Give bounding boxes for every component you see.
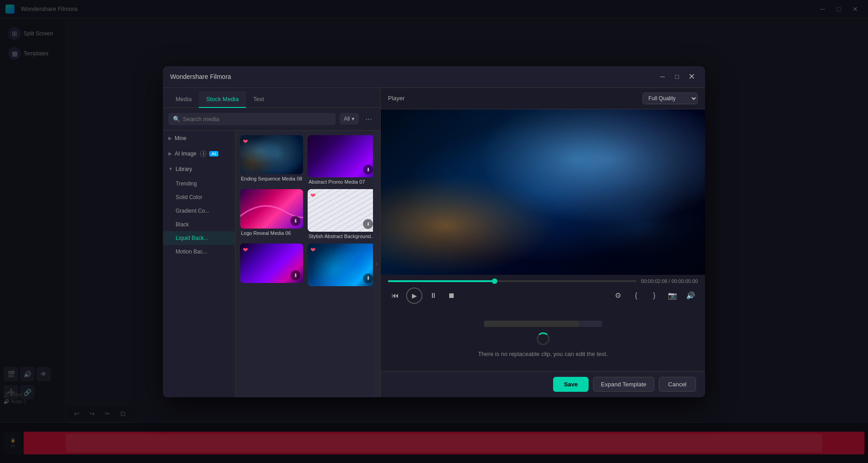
player-label: Player — [388, 95, 405, 102]
tab-text[interactable]: Text — [246, 91, 271, 108]
media-thumb-5[interactable]: ❤ ⬇ — [240, 244, 303, 283]
bracket-open-icon[interactable]: { — [629, 288, 643, 303]
player-header: Player Full Quality High Quality Medium … — [381, 88, 705, 109]
mine-label: Mine — [175, 135, 186, 141]
time-display: 00:00:02:08 / 00:00:05:00 — [641, 278, 698, 284]
player-viewport — [381, 109, 705, 275]
dialog-maximize-button[interactable]: □ — [671, 70, 683, 83]
thumb-label-3: Logo Reveal Media 06 — [240, 230, 303, 236]
dialog-close-button[interactable]: ✕ — [685, 70, 698, 83]
lib-section-mine[interactable]: ▶ Mine — [163, 131, 235, 146]
dialog-left-panel: Media Stock Media Text 🔍 — [163, 88, 381, 397]
dialog-footer: Save Expand Template Cancel — [381, 371, 705, 397]
cancel-button[interactable]: Cancel — [659, 377, 696, 392]
dialog-content: Media Stock Media Text 🔍 — [163, 88, 705, 397]
dialog-right-panel: Player Full Quality High Quality Medium … — [381, 88, 705, 397]
screenshot-icon[interactable]: 📷 — [665, 288, 680, 303]
media-grid: ❤ Ending Sequence Media 08 ⬇ — [235, 131, 373, 397]
media-thumb-3[interactable]: ⬇ — [240, 189, 303, 229]
lib-item-liquid-back[interactable]: Liquid Back... — [163, 231, 235, 245]
progress-bar-wrap: 00:00:02:08 / 00:00:05:00 — [388, 278, 698, 284]
chevron-down-icon: ▾ — [352, 116, 354, 122]
list-item: ❤ ⬇ Stylish Abstract Background... — [308, 189, 373, 239]
dialog-editor: There is no replaceable clip, you can ed… — [381, 307, 705, 371]
skip-back-button[interactable]: ⏮ — [388, 288, 402, 303]
svg-rect-2 — [381, 109, 705, 275]
lib-item-motion-back[interactable]: Motion Bac... — [163, 245, 235, 258]
mine-chevron-icon: ▶ — [168, 136, 172, 141]
lib-section-ai-image[interactable]: ▶ AI Image ℹ AI — [163, 146, 235, 161]
expand-template-button[interactable]: Expand Template — [593, 377, 654, 392]
list-item: ❤ ⬇ — [308, 244, 373, 288]
media-thumb-6[interactable]: ❤ ⬇ — [308, 244, 373, 286]
progress-bar[interactable] — [388, 280, 637, 282]
bracket-close-icon[interactable]: } — [647, 288, 662, 303]
library-sidebar: ▶ Mine ▶ AI Image ℹ AI ▼ L — [163, 131, 235, 397]
list-item: ⬇ Abstract Promo Media 07 — [308, 135, 373, 185]
save-button[interactable]: Save — [553, 377, 588, 392]
search-input[interactable] — [183, 116, 331, 122]
tab-stock-media[interactable]: Stock Media — [199, 91, 246, 108]
ai-image-chevron-icon: ▶ — [168, 151, 172, 156]
settings-icon[interactable]: ⚙ — [611, 288, 625, 303]
lib-section-library[interactable]: ▼ Library — [163, 161, 235, 177]
thumb-label-4: Stylish Abstract Background... — [308, 234, 373, 239]
loading-spinner — [537, 332, 549, 345]
lib-item-black[interactable]: Black — [163, 218, 235, 231]
ai-image-label: AI Image — [175, 151, 196, 157]
list-item: ❤ Ending Sequence Media 08 — [240, 135, 303, 185]
dialog-title: Wondershare Filmora — [170, 73, 231, 80]
placeholder-bar — [484, 321, 602, 327]
lib-item-solid-color[interactable]: Solid Color — [163, 190, 235, 204]
quality-select[interactable]: Full Quality High Quality Medium Quality — [642, 93, 698, 104]
search-input-wrap: 🔍 — [168, 113, 336, 125]
no-clip-message: There is no replaceable clip, you can ed… — [478, 351, 608, 357]
pause-button[interactable]: ⏸ — [426, 288, 441, 303]
tab-media[interactable]: Media — [168, 91, 199, 108]
dialog-minimize-button[interactable]: ─ — [656, 70, 669, 83]
library-chevron-icon: ▼ — [168, 166, 173, 171]
thumb-label-2: Abstract Promo Media 07 — [308, 179, 373, 185]
filter-button[interactable]: All ▾ — [339, 113, 359, 125]
ai-badge: AI — [209, 151, 218, 156]
media-thumb-1[interactable]: ❤ — [240, 135, 303, 175]
app-background: Wondershare Filmora ─ □ ✕ ⊞ Split Screen… — [0, 0, 868, 463]
media-thumb-2[interactable]: ⬇ — [308, 135, 373, 178]
media-thumb-4[interactable]: ❤ ⬇ — [308, 189, 373, 232]
list-item: ⬇ Logo Reveal Media 06 — [240, 189, 303, 239]
dialog-overlay: Wondershare Filmora ─ □ ✕ Media — [0, 0, 868, 463]
progress-handle[interactable] — [492, 278, 497, 284]
list-item: ❤ ⬇ — [240, 244, 303, 288]
controls-row: ⏮ ▶ ⏸ ⏹ ⚙ { } 📷 🔊 — [388, 288, 698, 304]
dialog-titlebar: Wondershare Filmora ─ □ ✕ — [163, 66, 705, 88]
filter-label: All — [344, 116, 350, 122]
volume-icon[interactable]: 🔊 — [683, 288, 698, 303]
thumb-label-1: Ending Sequence Media 08 — [240, 176, 303, 181]
placeholder-bar-inner — [484, 321, 579, 327]
search-icon: 🔍 — [173, 116, 180, 122]
player-svg-overlay — [381, 109, 705, 275]
player-controls: 00:00:02:08 / 00:00:05:00 ⏮ ▶ ⏸ ⏹ ⚙ — [381, 275, 705, 307]
play-button[interactable]: ▶ — [406, 288, 422, 304]
loading-area — [537, 332, 549, 345]
library-split: ▶ Mine ▶ AI Image ℹ AI ▼ L — [163, 131, 380, 397]
ai-info-icon: ℹ — [200, 151, 206, 157]
collapse-panel-button[interactable]: ‹ — [373, 131, 380, 397]
library-label: Library — [176, 166, 192, 172]
dialog: Wondershare Filmora ─ □ ✕ Media — [163, 66, 705, 397]
search-bar: 🔍 All ▾ ··· — [163, 108, 380, 131]
stop-button[interactable]: ⏹ — [444, 288, 459, 303]
player-preview — [381, 109, 705, 275]
progress-fill — [388, 280, 495, 282]
tab-bar: Media Stock Media Text — [163, 88, 380, 108]
more-options-button[interactable]: ··· — [363, 112, 375, 126]
lib-item-trending[interactable]: Trending — [163, 177, 235, 190]
lib-item-gradient-co[interactable]: Gradient Co... — [163, 204, 235, 218]
